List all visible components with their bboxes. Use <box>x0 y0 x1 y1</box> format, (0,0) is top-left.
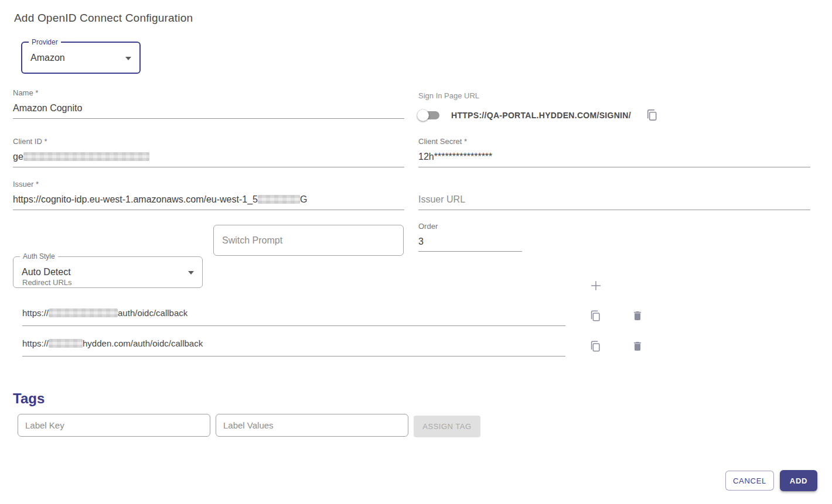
signin-url-label: Sign In Page URL <box>418 91 479 101</box>
plus-icon <box>589 279 602 292</box>
chevron-down-icon <box>188 271 194 275</box>
delete-redirect-url-button[interactable] <box>632 340 643 352</box>
name-label: Name * <box>13 88 404 98</box>
redirect-url-value: https://auth/oidc/callback <box>22 307 565 320</box>
tags-heading: Tags <box>13 390 45 407</box>
delete-redirect-url-button[interactable] <box>632 310 643 322</box>
trash-icon <box>632 340 643 352</box>
name-value: Amazon Cognito <box>13 102 404 118</box>
cancel-button[interactable]: CANCEL <box>725 471 774 491</box>
client-secret-field[interactable]: Client Secret * 12h**************** <box>418 137 810 167</box>
name-field[interactable]: Name * Amazon Cognito <box>13 88 404 119</box>
auth-style-value: Auto Detect <box>22 267 71 277</box>
redirect-url-value: https://hydden.com/auth/oidc/callback <box>22 337 565 350</box>
redacted-url-part <box>49 339 83 348</box>
provider-label: Provider <box>29 38 61 46</box>
label-values-input[interactable] <box>216 414 408 437</box>
copy-redirect-url-button[interactable] <box>589 308 602 323</box>
client-id-field[interactable]: Client ID * ge <box>13 137 404 167</box>
redirect-url-row[interactable]: https://hydden.com/auth/oidc/callback <box>22 337 565 356</box>
client-id-label: Client ID * <box>13 137 404 146</box>
auth-style-label: Auth Style <box>20 252 58 260</box>
order-field[interactable]: Order 3 <box>418 222 522 252</box>
add-oidc-config-page: Add OpenID Connect Configuration Provide… <box>0 0 832 504</box>
redacted-client-id <box>23 152 149 161</box>
order-value: 3 <box>418 235 522 251</box>
issuer-label: Issuer * <box>13 180 404 189</box>
copy-icon <box>645 107 659 123</box>
switch-prompt-input[interactable] <box>213 225 404 256</box>
issuer-value: https://cognito-idp.eu-west-1.amazonaws.… <box>13 193 404 210</box>
client-secret-value: 12h**************** <box>418 150 810 167</box>
trash-icon <box>632 310 643 322</box>
redirect-url-row[interactable]: https://auth/oidc/callback <box>22 307 565 326</box>
issuer-url-field <box>418 193 810 210</box>
copy-redirect-url-button[interactable] <box>589 339 602 354</box>
copy-icon <box>589 339 602 354</box>
client-id-value: ge <box>13 150 404 167</box>
client-secret-label: Client Secret * <box>418 137 810 146</box>
label-key-input[interactable] <box>18 414 210 437</box>
chevron-down-icon <box>125 57 131 60</box>
add-button[interactable]: ADD <box>780 470 817 491</box>
add-redirect-url-button[interactable] <box>589 279 602 292</box>
redacted-url-part <box>49 308 118 317</box>
assign-tag-button[interactable]: ASSIGN TAG <box>414 416 480 437</box>
copy-icon <box>589 308 602 323</box>
copy-signin-url-button[interactable] <box>645 107 659 123</box>
issuer-field[interactable]: Issuer * https://cognito-idp.eu-west-1.a… <box>13 180 404 210</box>
redacted-issuer-part <box>258 195 300 204</box>
toggle-knob <box>417 109 429 121</box>
order-label: Order <box>418 222 522 231</box>
issuer-url-input[interactable] <box>418 193 810 210</box>
signin-url-toggle[interactable] <box>417 109 441 121</box>
redirect-urls-label: Redirect URLs <box>22 278 72 287</box>
page-title: Add OpenID Connect Configuration <box>14 12 193 25</box>
provider-value: Amazon <box>30 53 65 63</box>
signin-url-value: HTTPS://QA-PORTAL.HYDDEN.COM/SIGNIN/ <box>451 111 631 120</box>
provider-select[interactable]: Provider Amazon <box>21 42 141 74</box>
